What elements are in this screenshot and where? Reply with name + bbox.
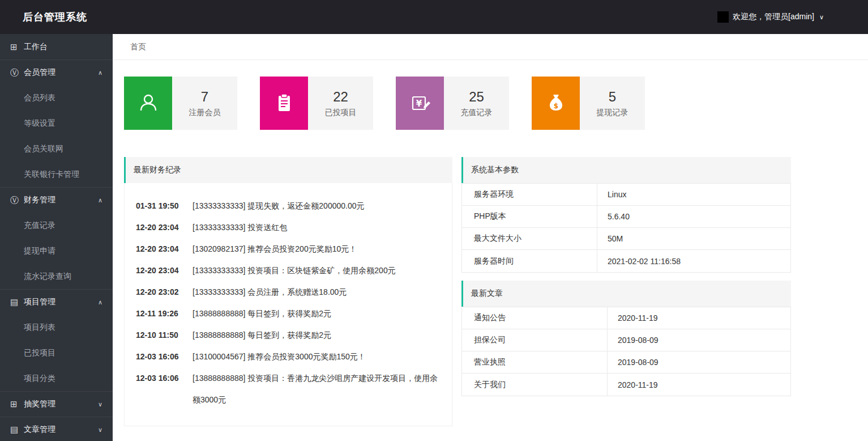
sidebar-group-finance-management[interactable]: Ⓥ 财务管理 ∧: [0, 187, 113, 213]
record-time: 12-03 16:06: [136, 367, 193, 410]
finance-record: 12-20 23:02 [13333333333] 会员注册，系统赠送18.00…: [136, 281, 441, 303]
stat-value: 5: [609, 89, 616, 105]
record-text: [13020982137] 推荐会员投资200元奖励10元！: [193, 238, 441, 260]
sidebar-group-label: 项目管理: [24, 297, 55, 307]
stat-cards-row: 7 注册会员 22 已投项目: [124, 77, 645, 130]
sidebar-item-transaction-log-query[interactable]: 流水记录查询: [0, 264, 113, 289]
article-date: 2020-11-19: [608, 307, 790, 329]
sidebar-group-label: 财务管理: [24, 195, 55, 205]
record-time: 12-20 23:04: [136, 238, 193, 260]
user-icon: [124, 77, 172, 130]
record-time: 12-03 16:06: [136, 346, 193, 367]
sidebar-item-project-list[interactable]: 项目列表: [0, 315, 113, 340]
breadcrumb-home-link[interactable]: 首页: [130, 42, 146, 52]
stat-body: 5 提现记录: [580, 77, 645, 130]
param-value: 5.6.40: [597, 206, 790, 227]
topbar: 后台管理系统 欢迎您，管理员[admin] ∨: [0, 0, 868, 34]
chevron-down-icon: ∨: [98, 426, 102, 434]
app-title: 后台管理系统: [23, 10, 87, 24]
user-menu[interactable]: 欢迎您，管理员[admin] ∨: [717, 11, 824, 23]
stat-label: 已投项目: [325, 108, 357, 118]
article-title: 担保公司: [462, 329, 608, 351]
finance-record: 12-10 11:50 [13888888888] 每日签到，获得奖励2元: [136, 324, 441, 346]
right-column: 系统基本参数 服务器环境 Linux PHP版本 5.6.40 最大文件大小 5…: [461, 157, 791, 396]
sidebar: ⊞ 工作台 Ⓥ 会员管理 ∧ 会员列表 等级设置 会员关联网 关联银行卡管理 Ⓥ…: [0, 34, 113, 441]
chevron-down-icon: ∨: [819, 14, 824, 21]
sidebar-group-label: 文章管理: [24, 425, 55, 435]
sidebar-item-bank-card-management[interactable]: 关联银行卡管理: [0, 162, 113, 187]
table-row: PHP版本 5.6.40: [462, 206, 790, 228]
finance-record: 12-03 16:06 [13100004567] 推荐会员投资3000元奖励1…: [136, 346, 441, 367]
panel-title-finance-records: 最新财务纪录: [124, 157, 452, 183]
record-text: [13333333333] 会员注册，系统赠送18.00元: [193, 281, 441, 303]
param-value: Linux: [597, 184, 790, 205]
article-icon: ▤: [10, 425, 24, 435]
sidebar-item-level-settings[interactable]: 等级设置: [0, 111, 113, 136]
yuan-box-icon: ¥: [396, 77, 444, 130]
stat-body: 22 已投项目: [308, 77, 373, 130]
record-text: [13333333333] 投资送红包: [193, 217, 441, 238]
system-params-table: 服务器环境 Linux PHP版本 5.6.40 最大文件大小 50M 服务器时…: [461, 183, 791, 273]
sidebar-item-workbench[interactable]: ⊞ 工作台: [0, 34, 113, 60]
sidebar-item-recharge-records[interactable]: 充值记录: [0, 213, 113, 238]
sidebar-group-member-management[interactable]: Ⓥ 会员管理 ∧: [0, 60, 113, 85]
yuan-box-icon-glyph: ¥: [408, 91, 432, 115]
stat-card-registered-members[interactable]: 7 注册会员: [124, 77, 237, 130]
chevron-down-icon: ∨: [98, 401, 102, 408]
stat-value: 22: [333, 89, 348, 105]
param-label: PHP版本: [462, 206, 597, 227]
sidebar-item-invested-projects[interactable]: 已投项目: [0, 340, 113, 366]
record-time: 12-10 11:50: [136, 324, 193, 346]
record-time: 12-20 23:04: [136, 260, 193, 281]
member-icon: Ⓥ: [10, 67, 24, 78]
sidebar-item-project-categories[interactable]: 项目分类: [0, 366, 113, 391]
article-title: 营业执照: [462, 351, 608, 373]
sidebar-group-label: 抽奖管理: [24, 399, 55, 409]
finance-record: 12-11 19:26 [13888888888] 每日签到，获得奖励2元: [136, 303, 441, 324]
stat-label: 注册会员: [189, 108, 221, 118]
finance-records-list: 01-31 19:50 [13333333333] 提现失败，返还金额20000…: [124, 183, 452, 426]
stat-card-recharge-records[interactable]: ¥ 25 充值记录: [396, 77, 509, 130]
record-text: [13888888888] 每日签到，获得奖励2元: [193, 303, 441, 324]
stat-label: 充值记录: [461, 108, 493, 118]
param-label: 最大文件大小: [462, 228, 597, 249]
panel-title-system-params: 系统基本参数: [461, 157, 791, 183]
finance-icon: Ⓥ: [10, 195, 24, 206]
article-title: 关于我们: [462, 374, 608, 396]
stat-value: 7: [201, 89, 208, 105]
svg-text:¥: ¥: [416, 99, 422, 109]
record-text: [13333333333] 投资项目：区块链紫金矿，使用余额200元: [193, 260, 441, 281]
table-row: 关于我们 2020-11-19: [462, 374, 790, 396]
table-row: 营业执照 2019-08-09: [462, 351, 790, 374]
sidebar-group-project-management[interactable]: ▤ 项目管理 ∧: [0, 289, 113, 315]
breadcrumb: 首页: [113, 34, 868, 60]
sidebar-item-member-network[interactable]: 会员关联网: [0, 136, 113, 162]
record-time: 12-20 23:02: [136, 281, 193, 303]
sidebar-item-withdraw-requests[interactable]: 提现申请: [0, 238, 113, 264]
sidebar-group-lottery-management[interactable]: ⊞ 抽奖管理 ∨: [0, 391, 113, 417]
panel-title-latest-articles: 最新文章: [461, 281, 791, 307]
param-value: 50M: [597, 228, 790, 249]
record-time: 12-11 19:26: [136, 303, 193, 324]
table-row: 通知公告 2020-11-19: [462, 307, 790, 329]
table-row: 服务器环境 Linux: [462, 184, 790, 206]
lottery-icon: ⊞: [10, 399, 24, 409]
table-row: 服务器时间 2021-02-02 11:16:58: [462, 250, 790, 272]
sidebar-group-article-management[interactable]: ▤ 文章管理 ∨: [0, 417, 113, 441]
param-value: 2021-02-02 11:16:58: [597, 250, 790, 272]
record-text: [13888888888] 投资项目：香港九龙尖沙咀房产建设开发项目，使用余额3…: [193, 367, 441, 410]
param-label: 服务器时间: [462, 250, 597, 272]
article-date: 2020-11-19: [608, 374, 790, 396]
chevron-up-icon: ∧: [98, 299, 102, 306]
table-row: 担保公司 2019-08-09: [462, 329, 790, 351]
dashboard-icon: ⊞: [10, 42, 24, 52]
sidebar-item-member-list[interactable]: 会员列表: [0, 85, 113, 111]
stat-card-invested-projects[interactable]: 22 已投项目: [260, 77, 373, 130]
stat-card-withdraw-records[interactable]: $ 5 提现记录: [532, 77, 645, 130]
article-date: 2019-08-09: [608, 329, 790, 351]
welcome-text: 欢迎您，管理员[admin]: [733, 12, 814, 22]
clipboard-icon-glyph: [272, 91, 296, 115]
app-window: 后台管理系统 欢迎您，管理员[admin] ∨ ⊞ 工作台 Ⓥ 会员管理 ∧ 会…: [0, 0, 868, 441]
clipboard-icon: [260, 77, 308, 130]
sidebar-group-label: 会员管理: [24, 67, 55, 78]
